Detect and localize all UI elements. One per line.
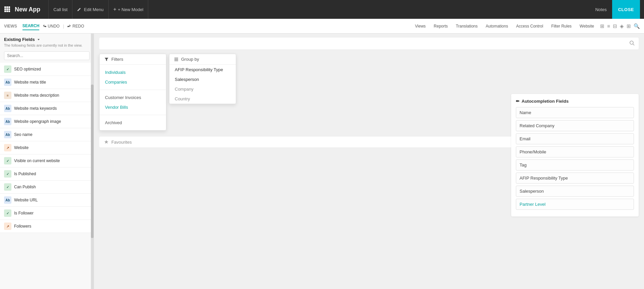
redo-button[interactable]: REDO	[64, 22, 88, 30]
field-item[interactable]: ↗ Website	[0, 141, 94, 154]
autocompletion-field-item: Name	[516, 107, 634, 118]
groupby-label: Group by	[181, 57, 199, 62]
field-type-icon: ✓	[4, 65, 11, 73]
field-item[interactable]: ✓ Is Follower	[0, 207, 94, 220]
nav-filter-rules[interactable]: Filter Rules	[549, 24, 574, 29]
call-list-nav[interactable]: Call list	[48, 0, 72, 19]
apps-view-icon[interactable]: ⊞	[627, 23, 631, 29]
dropdowns-overlay: Filters Individuals Companies Customer I…	[99, 54, 236, 131]
nav-access-control[interactable]: Access Control	[514, 24, 545, 29]
autocompletion-field-item: Tag	[516, 159, 634, 171]
groupby-country[interactable]: Country	[169, 94, 236, 104]
tab-views[interactable]: VIEWS	[4, 22, 17, 30]
filter-section-2: Customer Invoices Vendor Bills	[100, 90, 166, 115]
existing-fields-header: Existing Fields	[0, 34, 94, 43]
nav-translations[interactable]: Translations	[454, 24, 480, 29]
search-view-icon[interactable]: 🔍	[634, 23, 640, 29]
filter-customer-invoices[interactable]: Customer Invoices	[100, 93, 166, 102]
topbar: New App Call list Edit Menu + + New Mode…	[0, 0, 644, 19]
field-type-icon: ≡	[4, 92, 11, 99]
groupby-company[interactable]: Company	[169, 84, 236, 94]
new-model-nav[interactable]: + + New Model	[109, 0, 149, 19]
field-label: Website	[14, 145, 29, 150]
field-type-icon: ↗	[4, 223, 11, 230]
edit-menu-nav[interactable]: Edit Menu	[72, 0, 109, 19]
field-type-icon: ✓	[4, 209, 11, 217]
call-list-label: Call list	[53, 7, 67, 12]
field-item[interactable]: Ab Website URL	[0, 194, 94, 207]
search-area	[99, 38, 639, 49]
undo-button[interactable]: UNDO	[39, 22, 63, 30]
field-label: Website meta title	[14, 80, 46, 85]
filter-individuals[interactable]: Individuals	[100, 67, 166, 77]
autocompletion-field-item: Salesperson	[516, 186, 634, 197]
field-label: Website URL	[14, 198, 38, 202]
svg-rect-1	[6, 6, 8, 8]
field-label: Website meta keywords	[14, 106, 57, 111]
filters-label: Filters	[111, 57, 123, 62]
fields-search-input[interactable]	[4, 51, 90, 60]
svg-point-9	[630, 41, 633, 44]
filter-section-3: Archived	[100, 115, 166, 130]
field-item[interactable]: Ab Website meta title	[0, 76, 94, 89]
search-icon[interactable]	[629, 40, 635, 47]
nav-reports[interactable]: Reports	[432, 24, 450, 29]
left-panel-scroll[interactable]: Existing Fields The following fields are…	[0, 34, 94, 289]
autocompletion-field-item: Related Company	[516, 120, 634, 131]
nav-automations[interactable]: Automations	[484, 24, 510, 29]
filter-companies[interactable]: Companies	[100, 77, 166, 87]
autocompletion-title: Autocompletion Fields	[522, 99, 569, 104]
field-item[interactable]: Ab Website opengraph image	[0, 115, 94, 128]
autocompletion-field-item: Email	[516, 133, 634, 144]
secondbar: VIEWS SEARCH UNDO | REDO Views Reports T…	[0, 19, 644, 34]
field-label: Is Follower	[14, 211, 34, 215]
field-item[interactable]: ✓ SEO optimized	[0, 63, 94, 76]
field-type-icon: ✓	[4, 157, 11, 164]
nav-views[interactable]: Views	[413, 24, 428, 29]
svg-rect-0	[4, 6, 6, 8]
svg-rect-2	[8, 6, 10, 8]
field-items-container: ✓ SEO optimized Ab Website meta title ≡ …	[0, 63, 94, 233]
svg-rect-8	[8, 10, 10, 12]
svg-rect-5	[8, 8, 10, 10]
left-panel: Existing Fields The following fields are…	[0, 34, 94, 289]
groupby-afip[interactable]: AFIP Responsibility Type	[169, 65, 236, 75]
grid-view-icon[interactable]: ⊟	[613, 23, 617, 29]
new-model-plus-icon: +	[113, 6, 116, 12]
redo-label: REDO	[72, 24, 84, 29]
map-view-icon[interactable]: ◈	[620, 23, 624, 29]
field-item[interactable]: ✓ Visible on current website	[0, 154, 94, 167]
tab-search[interactable]: SEARCH	[22, 22, 40, 30]
field-item[interactable]: Ab Seo name	[0, 128, 94, 141]
groupby-salesperson[interactable]: Salesperson	[169, 75, 236, 84]
groupby-trigger[interactable]: Group by	[169, 54, 236, 65]
filters-dropdown: Filters Individuals Companies Customer I…	[99, 54, 166, 131]
filter-vendor-bills[interactable]: Vendor Bills	[100, 102, 166, 112]
list-view-icon[interactable]: ≡	[607, 23, 610, 29]
grid-icon[interactable]	[4, 6, 10, 13]
field-item[interactable]: ✓ Is Published	[0, 167, 94, 181]
filter-section-1: Individuals Companies	[100, 65, 166, 90]
groupby-dropdown: Group by AFIP Responsibility Type Salesp…	[169, 54, 236, 104]
filters-trigger[interactable]: Filters	[100, 54, 166, 65]
notes-button[interactable]: Notes	[595, 7, 607, 12]
autocompletion-field-item: AFIP Responsibility Type	[516, 173, 634, 184]
filter-archived[interactable]: Archived	[100, 118, 166, 128]
autocompletion-field-item: Phone/Mobile	[516, 146, 634, 157]
close-button[interactable]: CLOSE	[612, 0, 640, 19]
nav-website[interactable]: Website	[578, 24, 596, 29]
field-item[interactable]: ↗ Followers	[0, 220, 94, 233]
field-item[interactable]: Ab Website meta keywords	[0, 102, 94, 115]
undo-redo-group: UNDO | REDO	[39, 22, 87, 30]
autocompletion-section: ✏ Autocompletion Fields NameRelated Comp…	[511, 94, 639, 216]
existing-fields-title: Existing Fields	[4, 37, 35, 42]
scroll-thumb[interactable]	[91, 85, 94, 238]
field-type-icon: ✓	[4, 183, 11, 191]
undo-label: UNDO	[48, 24, 59, 29]
field-item[interactable]: ≡ Website meta description	[0, 89, 94, 102]
field-label: Followers	[14, 224, 31, 229]
scroll-indicator	[91, 34, 94, 289]
field-item[interactable]: ✓ Can Publish	[0, 181, 94, 194]
table-view-icon[interactable]: ⊞	[600, 23, 604, 29]
field-label: Is Published	[14, 172, 36, 176]
